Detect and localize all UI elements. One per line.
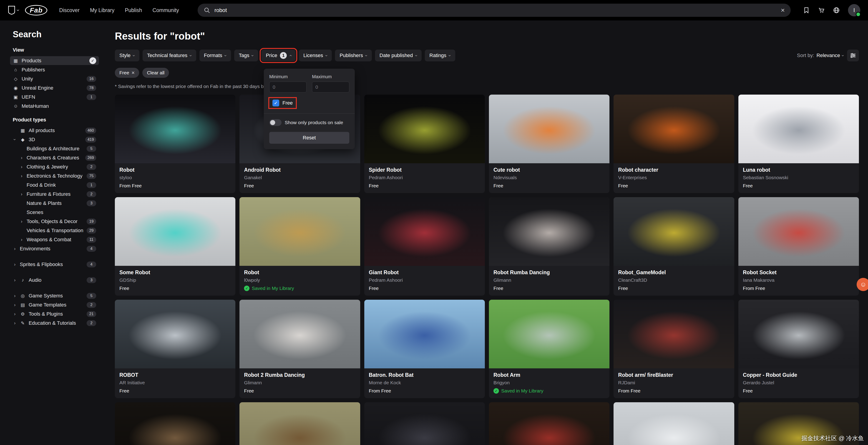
filter-style[interactable]: Style [115, 50, 140, 61]
product-card[interactable]: Copper - Robot Guide Gerardo Justel Free [738, 300, 859, 398]
cart-button[interactable] [818, 7, 825, 14]
product-card[interactable]: Robot styloo From Free [115, 95, 235, 193]
chevron-right-icon[interactable] [20, 164, 24, 169]
product-author[interactable]: V-Enterprises [618, 175, 730, 180]
product-card[interactable] [240, 402, 360, 445]
product-thumbnail[interactable] [364, 197, 485, 266]
search-bar[interactable] [197, 4, 791, 17]
sidebar-item-tools-objects-decor[interactable]: Tools, Objects & Decor19 [17, 217, 99, 226]
product-thumbnail[interactable] [738, 197, 859, 266]
filter-licenses[interactable]: Licenses [299, 50, 332, 61]
sidebar-item-scenes[interactable]: Scenes [17, 208, 99, 217]
product-author[interactable]: Ndevisuals [493, 175, 605, 180]
sort-control[interactable]: Sort by: Relevance [797, 53, 844, 58]
product-card[interactable] [115, 402, 235, 445]
sidebar-item-weapons-combat[interactable]: Weapons & Combat11 [17, 235, 99, 244]
product-author[interactable]: Glimann [493, 278, 605, 283]
chevron-right-icon[interactable] [20, 237, 24, 242]
sidebar-item-publishers[interactable]: ⌂Publishers [10, 65, 99, 74]
chevron-right-icon[interactable] [13, 320, 17, 326]
sale-toggle-row[interactable]: Show only products on sale [269, 119, 349, 126]
sidebar-item-furniture-fixtures[interactable]: Furniture & Fixtures2 [17, 190, 99, 198]
chevron-right-icon[interactable] [13, 262, 17, 267]
product-thumbnail[interactable] [614, 197, 734, 266]
product-thumbnail[interactable] [489, 402, 610, 445]
product-card[interactable]: Luna robot Sebastian Sosnowski Free [738, 95, 859, 193]
epic-games-logo[interactable] [8, 6, 19, 15]
product-author[interactable]: Pedram Ashoori [369, 175, 480, 180]
search-clear-button[interactable] [781, 7, 785, 14]
sidebar-item-sprites-flipbooks[interactable]: Sprites & Flipbooks4 [10, 260, 99, 269]
sidebar-item-buildings-architecture[interactable]: Buildings & Architecture5 [17, 144, 99, 153]
remove-chip-icon[interactable] [131, 70, 135, 75]
checkbox-checked-icon[interactable] [273, 100, 279, 106]
nav-link[interactable]: Publish [125, 7, 142, 13]
product-card[interactable]: Robot Socket Iana Makarova From Free [738, 197, 859, 296]
chevron-right-icon[interactable] [13, 246, 17, 251]
product-author[interactable]: Glimann [244, 380, 355, 385]
bookmark-button[interactable] [803, 7, 810, 14]
product-card[interactable]: Robot character V-Enterprises Free [614, 95, 734, 193]
product-author[interactable]: Brigyon [493, 380, 605, 385]
product-author[interactable]: AR Initiative [119, 380, 231, 385]
product-author[interactable]: Morne de Kock [369, 380, 480, 385]
nav-link[interactable]: Community [153, 7, 179, 13]
maximum-price-input[interactable] [312, 82, 349, 93]
product-thumbnail[interactable] [364, 95, 485, 163]
language-button[interactable] [833, 7, 840, 14]
product-card[interactable]: Cute robot Ndevisuals Free [489, 95, 610, 193]
search-input[interactable] [214, 7, 777, 14]
chip-clear-all[interactable]: Clear all [142, 68, 169, 78]
product-author[interactable]: l0wpoly [244, 278, 355, 283]
product-thumbnail[interactable] [115, 95, 235, 163]
filter-tags[interactable]: Tags [234, 50, 258, 61]
product-card[interactable]: Robot_GameModel CleanCraft3D Free [614, 197, 734, 296]
product-thumbnail[interactable] [614, 95, 734, 163]
product-card[interactable]: Robot l0wpoly Saved in My Library [240, 197, 360, 296]
product-card[interactable]: Some Robot GDShip Free [115, 197, 235, 296]
nav-link[interactable]: Discover [59, 7, 80, 13]
product-card[interactable]: Batron. Robot Bat Morne de Kock From Fre… [364, 300, 485, 398]
chevron-right-icon[interactable] [20, 173, 24, 179]
reset-button[interactable]: Reset [269, 132, 349, 144]
chip-free[interactable]: Free [115, 68, 139, 78]
product-thumbnail[interactable] [489, 300, 610, 369]
product-author[interactable]: styloo [119, 175, 231, 180]
sidebar-item-audio[interactable]: ♪Audio3 [10, 276, 99, 284]
product-card[interactable]: Giant Robot Pedram Ashoori Free [364, 197, 485, 296]
product-author[interactable]: Sebastian Sosnowski [743, 175, 855, 180]
sidebar-item-game-templates[interactable]: ▤Game Templates2 [10, 300, 99, 309]
sidebar-item-metahuman[interactable]: ☺MetaHuman [10, 102, 99, 110]
filter-settings-button[interactable] [847, 50, 859, 61]
chevron-down-icon[interactable] [13, 137, 17, 142]
product-thumbnail[interactable] [240, 197, 360, 266]
product-card[interactable]: Robot Rumba Dancing Glimann Free [489, 197, 610, 296]
sidebar-item-environments[interactable]: Environments4 [10, 244, 99, 253]
chevron-right-icon[interactable] [13, 293, 17, 298]
product-card[interactable]: Robot Arm Brigyon Saved in My Library [489, 300, 610, 398]
product-card[interactable] [614, 402, 734, 445]
product-author[interactable]: RJDami [618, 380, 730, 385]
chevron-right-icon[interactable] [20, 191, 24, 197]
free-filter-option[interactable]: Free [269, 98, 296, 108]
sidebar-item-food-drink[interactable]: Food & Drink1 [17, 181, 99, 189]
sidebar-item-uefn[interactable]: ▣UEFN1 [10, 93, 99, 101]
avatar[interactable]: I [848, 4, 860, 17]
product-thumbnail[interactable] [738, 95, 859, 163]
product-author[interactable]: CleanCraft3D [618, 278, 730, 283]
product-thumbnail[interactable] [489, 95, 610, 163]
product-card[interactable] [364, 402, 485, 445]
product-thumbnail[interactable] [489, 197, 610, 266]
filter-publishers[interactable]: Publishers [335, 50, 372, 61]
product-author[interactable]: Ganakel [244, 175, 355, 180]
product-author[interactable]: Pedram Ashoori [369, 278, 480, 283]
filter-date-published[interactable]: Date published [375, 50, 422, 61]
sidebar-item-vehicles-transportation[interactable]: Vehicles & Transportation29 [17, 226, 99, 235]
chat-fab-button[interactable] [857, 278, 868, 291]
filter-ratings[interactable]: Ratings [425, 50, 455, 61]
minimum-price-input[interactable] [269, 82, 307, 93]
chevron-right-icon[interactable] [13, 302, 17, 308]
product-card[interactable]: Robot arm/ fireBlaster RJDami From Free [614, 300, 734, 398]
sidebar-item-all-products[interactable]: ▦All products460 [10, 126, 99, 135]
sidebar-item-characters-creatures[interactable]: Characters & Creatures269 [17, 153, 99, 162]
